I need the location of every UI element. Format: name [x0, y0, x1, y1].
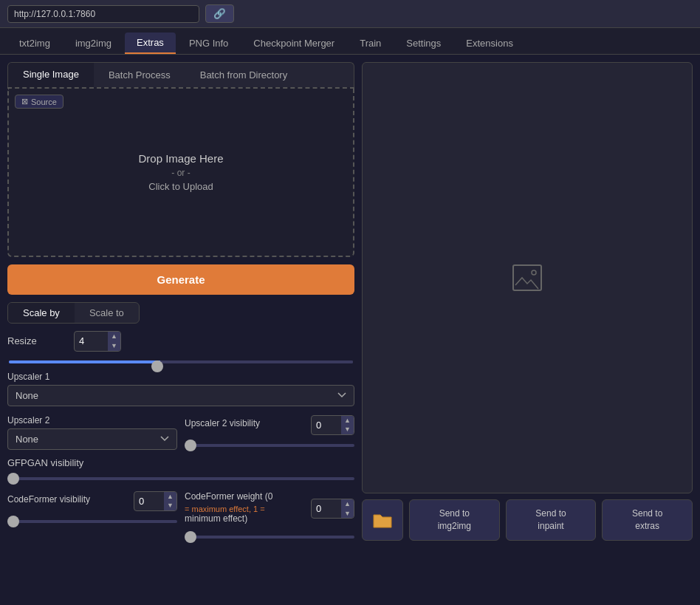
scale-by-tab[interactable]: Scale by — [8, 303, 75, 323]
link-button[interactable]: 🔗 — [205, 4, 234, 23]
scale-to-tab[interactable]: Scale to — [75, 303, 139, 323]
right-panel: Send toimg2img Send toinpaint Send toext… — [362, 62, 693, 541]
or-text: - or - — [138, 168, 223, 178]
upscaler2-visibility-input[interactable]: ▲ ▼ — [311, 415, 354, 436]
upscaler2-vis-down[interactable]: ▼ — [341, 425, 354, 434]
click-text: Click to Upload — [138, 181, 223, 192]
upscaler2-visibility-slider[interactable] — [185, 444, 354, 447]
codeformer-weight-note: = maximum effect, 1 = — [185, 505, 306, 513]
gfpgan-section: GFPGAN visibility — [7, 457, 354, 482]
svg-point-1 — [532, 270, 536, 275]
tab-train[interactable]: Train — [348, 33, 393, 54]
image-preview — [362, 62, 693, 493]
source-label: Source — [31, 98, 57, 106]
tab-single-image[interactable]: Single Image — [8, 63, 94, 87]
codeformer-visibility-label: CodeFormer visibility — [7, 494, 129, 505]
upscaler2-row: Upscaler 2 None Lanczos Nearest ESRGAN_4… — [7, 415, 354, 450]
tab-txt2img[interactable]: txt2img — [7, 33, 62, 54]
send-extras-button[interactable]: Send toextras — [602, 499, 693, 541]
tab-extras[interactable]: Extras — [125, 33, 176, 54]
resize-down[interactable]: ▼ — [108, 341, 120, 351]
codeformer-weight-col: CodeFormer weight (0 = maximum effect, 1… — [185, 491, 354, 541]
send-img2img-label: Send toimg2img — [438, 508, 471, 531]
resize-spinners: ▲ ▼ — [108, 332, 120, 351]
codeformer-weight-slider[interactable] — [185, 536, 354, 539]
resize-slider[interactable] — [9, 360, 353, 363]
upscaler1-label: Upscaler 1 — [7, 372, 354, 382]
top-bar: 🔗 — [0, 0, 700, 28]
upload-area[interactable]: ⊠ Source Drop Image Here - or - Click to… — [7, 87, 354, 257]
placeholder-image-icon — [512, 264, 542, 291]
drop-text: Drop Image Here — [138, 152, 223, 165]
tab-pnginfo[interactable]: PNG Info — [177, 33, 240, 54]
resize-number-input[interactable]: ▲ ▼ — [74, 331, 121, 352]
tab-batch-process[interactable]: Batch Process — [94, 63, 185, 87]
generate-button[interactable]: Generate — [7, 264, 354, 295]
source-icon: ⊠ — [21, 97, 28, 106]
resize-label: Resize — [7, 335, 66, 346]
gfpgan-label: GFPGAN visibility — [7, 457, 83, 468]
upscaler1-select[interactable]: None Lanczos Nearest ESRGAN_4x LDSR R-ES… — [7, 385, 354, 406]
folder-icon — [372, 512, 393, 528]
send-extras-label: Send toextras — [632, 508, 662, 531]
upscaler1-section: Upscaler 1 None Lanczos Nearest ESRGAN_4… — [7, 372, 354, 406]
left-panel: Single Image Batch Process Batch from Di… — [7, 62, 354, 541]
upscaler2-col: Upscaler 2 None Lanczos Nearest ESRGAN_4… — [7, 415, 177, 450]
tab-img2img[interactable]: img2img — [64, 33, 123, 54]
resize-value-input[interactable] — [75, 332, 108, 349]
codeformer-weight-up[interactable]: ▲ — [341, 499, 354, 509]
folder-button[interactable] — [362, 499, 403, 541]
scale-tabs: Scale by Scale to — [7, 302, 140, 324]
main-nav: txt2img img2img Extras PNG Info Checkpoi… — [0, 28, 700, 55]
resize-up[interactable]: ▲ — [108, 332, 120, 341]
codeformer-visibility-slider[interactable] — [7, 520, 177, 523]
upscaler2-visibility-value[interactable] — [312, 417, 341, 434]
tab-batch-directory[interactable]: Batch from Directory — [185, 63, 302, 87]
codeformer-vis-up[interactable]: ▲ — [164, 492, 176, 502]
gfpgan-slider[interactable] — [7, 477, 354, 480]
sub-tabs: Single Image Batch Process Batch from Di… — [7, 62, 354, 87]
upscaler2-label: Upscaler 2 — [7, 415, 177, 425]
send-inpaint-label: Send toinpaint — [535, 508, 566, 531]
codeformer-weight-note2: minimum effect) — [185, 513, 306, 524]
resize-slider-row — [7, 355, 354, 366]
upscaler2-vis-up[interactable]: ▲ — [341, 416, 354, 425]
codeformer-visibility-value[interactable] — [134, 493, 164, 510]
tab-extensions[interactable]: Extensions — [454, 33, 525, 54]
tab-settings[interactable]: Settings — [394, 33, 453, 54]
resize-row: Resize ▲ ▼ — [7, 331, 354, 352]
upscaler2-visibility-col: Upscaler 2 visibility ▲ ▼ — [185, 415, 354, 450]
codeformer-weight-value[interactable] — [312, 500, 341, 517]
codeformer-visibility-col: CodeFormer visibility ▲ ▼ — [7, 491, 177, 526]
codeformer-weight-down[interactable]: ▼ — [341, 509, 354, 519]
tab-checkpoint[interactable]: Checkpoint Merger — [241, 33, 346, 54]
url-input[interactable] — [7, 5, 199, 23]
codeformer-weight-input[interactable]: ▲ ▼ — [311, 499, 354, 519]
upscaler2-visibility-label: Upscaler 2 visibility — [185, 418, 306, 428]
send-img2img-button[interactable]: Send toimg2img — [409, 499, 500, 541]
codeformer-vis-down[interactable]: ▼ — [164, 501, 176, 510]
action-buttons: Send toimg2img Send toinpaint Send toext… — [362, 499, 693, 541]
source-badge: ⊠ Source — [15, 95, 64, 109]
codeformer-weight-label: CodeFormer weight (0 — [185, 491, 306, 502]
upload-text: Drop Image Here - or - Click to Upload — [138, 152, 223, 192]
codeformer-row: CodeFormer visibility ▲ ▼ CodeFormer wei… — [7, 491, 354, 541]
content-area: Single Image Batch Process Batch from Di… — [0, 55, 700, 548]
upscaler2-select[interactable]: None Lanczos Nearest ESRGAN_4x LDSR R-ES… — [7, 428, 177, 450]
codeformer-visibility-input[interactable]: ▲ ▼ — [134, 491, 177, 512]
send-inpaint-button[interactable]: Send toinpaint — [506, 499, 597, 541]
